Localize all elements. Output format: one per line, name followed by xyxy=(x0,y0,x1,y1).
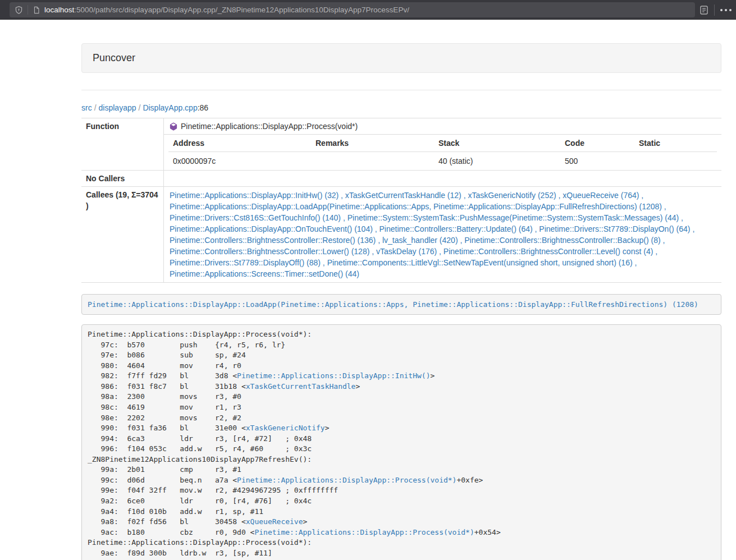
callee-separator: , xyxy=(373,224,380,233)
disassembly-box: Pinetime::Applications::DisplayApp::Proc… xyxy=(81,324,721,560)
callee-separator: , xyxy=(341,213,348,222)
callee-link[interactable]: Pinetime::Controllers::Battery::Update()… xyxy=(380,224,533,233)
breadcrumb-separator: / xyxy=(92,103,99,112)
shield-icon[interactable] xyxy=(15,6,23,15)
function-detail-table: Address Remarks Stack Code Static 0x0000… xyxy=(168,135,717,170)
toolbar-divider xyxy=(714,4,715,16)
callee-link[interactable]: Pinetime::System::SystemTask::PushMessag… xyxy=(348,213,679,222)
callee-separator: , xyxy=(458,236,465,245)
callee-separator: , xyxy=(533,224,540,233)
detail-header-row: Address Remarks Stack Code Static xyxy=(168,135,717,152)
callees-label: Callees (19, Σ=3704 ) xyxy=(81,187,164,282)
callees-row: Callees (19, Σ=3704 ) Pinetime::Applicat… xyxy=(81,186,721,282)
callee-link[interactable]: Pinetime::Drivers::Cst816S::GetTouchInfo… xyxy=(170,213,341,222)
menu-dots-icon[interactable] xyxy=(720,9,732,11)
url-host: localhost xyxy=(44,6,74,14)
breadcrumb: src/displayapp/DisplayApp.cpp:86 xyxy=(81,102,721,113)
callee-separator: , xyxy=(321,258,327,267)
callee-link[interactable]: Pinetime::Applications::Screens::Timer::… xyxy=(170,269,359,278)
disassembly-symbol-link[interactable]: xTaskGenericNotify xyxy=(246,424,325,432)
disassembly-symbol-link[interactable]: Pinetime::Applications::DisplayApp::Proc… xyxy=(237,476,456,484)
callee-link[interactable]: Pinetime::Drivers::St7789::DisplayOff() … xyxy=(170,258,321,267)
address-value: 0x0000097c xyxy=(168,152,311,170)
callee-separator: , xyxy=(653,247,657,256)
function-label: Function xyxy=(81,118,164,170)
breadcrumb-separator: / xyxy=(136,103,143,112)
column-header-static: Static xyxy=(634,135,717,152)
code-size-value: 500 xyxy=(560,152,634,170)
callee-link[interactable]: Pinetime::Controllers::BrightnessControl… xyxy=(170,236,376,245)
callee-link[interactable]: Pinetime::Applications::DisplayApp::Init… xyxy=(170,191,339,200)
callee-separator: , xyxy=(691,224,695,233)
callee-separator: , xyxy=(662,202,666,211)
url-bar[interactable]: localhost:5000/path/src/displayapp/Displ… xyxy=(10,2,695,17)
browser-toolbar: localhost:5000/path/src/displayapp/Displ… xyxy=(0,0,736,20)
divider xyxy=(81,90,721,90)
callee-link[interactable]: Pinetime::Applications::DisplayApp::Load… xyxy=(170,202,662,211)
function-name-line: Pinetime::Applications::DisplayApp::Proc… xyxy=(164,118,721,135)
callee-separator: , xyxy=(437,247,444,256)
urlbar-divider xyxy=(28,5,28,15)
highlighted-callee-link[interactable]: Pinetime::Applications::DisplayApp::Load… xyxy=(88,300,698,309)
disassembly-symbol-link[interactable]: xTaskGetCurrentTaskHandle xyxy=(246,382,356,391)
callee-separator: , xyxy=(661,236,665,245)
callee-link[interactable]: xTaskGetCurrentTaskHandle (12) xyxy=(345,191,461,200)
app-title-panel: Puncover xyxy=(81,43,721,73)
callee-separator: , xyxy=(639,191,643,200)
package-icon xyxy=(170,122,177,131)
function-row: Function Pinetime::Applications::Display… xyxy=(81,118,721,170)
url-text[interactable]: localhost:5000/path/src/displayapp/Displ… xyxy=(44,2,409,17)
breadcrumb-line-number: :86 xyxy=(198,103,208,112)
callee-link[interactable]: lv_task_handler (420) xyxy=(382,236,458,245)
detail-data-row: 0x0000097c 40 (static) 500 xyxy=(168,152,717,170)
function-table: Function Pinetime::Applications::Display… xyxy=(81,118,721,283)
disassembly-symbol-link[interactable]: Pinetime::Applications::DisplayApp::Proc… xyxy=(254,528,474,536)
callee-link[interactable]: Pinetime::Controllers::BrightnessControl… xyxy=(170,247,369,256)
stack-value: 40 (static) xyxy=(434,152,560,170)
no-callers-label: No Callers xyxy=(81,171,164,186)
notes-icon[interactable] xyxy=(700,5,708,15)
callee-link[interactable]: Pinetime::Applications::DisplayApp::OnTo… xyxy=(170,224,373,233)
column-header-address: Address xyxy=(168,135,311,152)
column-header-code: Code xyxy=(560,135,634,152)
callee-link[interactable]: vTaskDelay (176) xyxy=(376,247,437,256)
breadcrumb-link-file[interactable]: DisplayApp.cpp xyxy=(143,103,197,112)
app-title: Puncover xyxy=(93,52,135,63)
callees-list: Pinetime::Applications::DisplayApp::Init… xyxy=(164,187,721,282)
page-container: Puncover src/displayapp/DisplayApp.cpp:8… xyxy=(81,43,721,560)
highlighted-callee-box: Pinetime::Applications::DisplayApp::Load… xyxy=(81,294,721,315)
callee-separator: , xyxy=(679,213,683,222)
callee-link[interactable]: Pinetime::Controllers::BrightnessControl… xyxy=(464,236,660,245)
callee-link[interactable]: Pinetime::Controllers::BrightnessControl… xyxy=(444,247,653,256)
function-name: Pinetime::Applications::DisplayApp::Proc… xyxy=(181,121,358,132)
column-header-remarks: Remarks xyxy=(311,135,434,152)
callee-separator: , xyxy=(339,191,345,200)
callee-separator: , xyxy=(556,191,563,200)
disassembly-symbol-link[interactable]: xQueueReceive xyxy=(246,517,303,526)
callee-separator: , xyxy=(633,258,637,267)
column-header-stack: Stack xyxy=(434,135,560,152)
url-path: :5000/path/src/displayapp/DisplayApp.cpp… xyxy=(74,6,409,14)
remarks-value xyxy=(311,152,434,170)
callee-link[interactable]: xQueueReceive (764) xyxy=(563,191,639,200)
breadcrumb-link-src[interactable]: src xyxy=(81,103,92,112)
disassembly-symbol-link[interactable]: Pinetime::Applications::DisplayApp::Init… xyxy=(237,371,430,380)
callee-separator: , xyxy=(369,247,376,256)
callee-link[interactable]: Pinetime::Components::LittleVgl::SetNewT… xyxy=(327,258,633,267)
disassembly-pre: Pinetime::Applications::DisplayApp::Proc… xyxy=(88,329,715,560)
callee-separator: , xyxy=(461,191,468,200)
no-callers-row: No Callers xyxy=(81,170,721,186)
page-icon xyxy=(33,6,40,15)
breadcrumb-link-displayapp[interactable]: displayapp xyxy=(99,103,136,112)
static-value xyxy=(634,152,717,170)
callee-separator: , xyxy=(376,236,382,245)
callee-link[interactable]: xTaskGenericNotify (252) xyxy=(468,191,556,200)
callee-link[interactable]: Pinetime::Drivers::St7789::DisplayOn() (… xyxy=(539,224,690,233)
